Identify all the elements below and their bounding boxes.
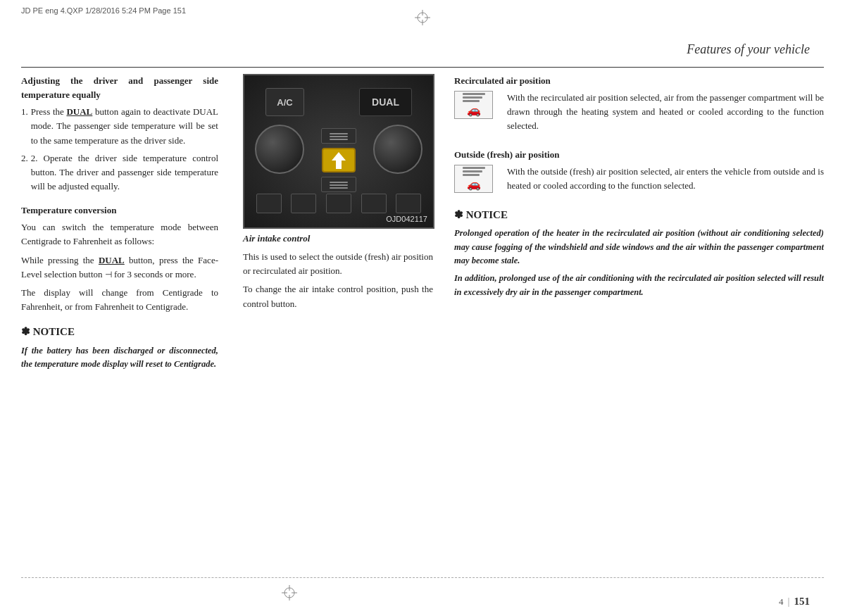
section-title: Features of your vehicle — [687, 42, 810, 57]
notice-section-left: ✽ NOTICE If the battery has been dischar… — [21, 324, 218, 371]
notice-label-left: NOTICE — [33, 326, 75, 337]
air-intake-btn[interactable] — [322, 148, 356, 172]
steps-list: 1. Press the DUAL button again to deacti… — [21, 105, 218, 194]
dual-display: DUAL — [359, 88, 412, 116]
left-column: Adjusting the driver and passenger side … — [21, 74, 232, 574]
recirc-block: 🚗 With the recirculated air position sel… — [454, 91, 824, 137]
outside-block: 🚗 With the outside (fresh) air position … — [454, 165, 824, 197]
air-intake-caption: Air intake control — [243, 232, 433, 246]
panel-interior: A/C DUAL — [244, 75, 433, 227]
svg-rect-10 — [330, 184, 348, 186]
bottom-btn-4 — [361, 194, 387, 213]
temp-text2: While pressing the DUAL button, press th… — [21, 253, 218, 282]
notice-label-right: NOTICE — [466, 209, 508, 220]
header-crosshair — [415, 10, 430, 28]
notice-body-right-2: In addition, prolonged use of the air co… — [454, 272, 824, 299]
outside-heading: Outside (fresh) air position — [454, 148, 824, 162]
page-header: JD PE eng 4.QXP 1/28/2016 5:24 PM Page 1… — [0, 0, 845, 21]
page-number: 151 — [794, 596, 810, 608]
step-1: 1. Press the DUAL button again to deacti… — [21, 105, 218, 147]
temp-section: Temperature conversion You can switch th… — [21, 203, 218, 314]
step2-text: 2. Operate the driver side temperature c… — [31, 151, 218, 194]
page-footer: 4 | 151 — [0, 577, 845, 616]
notice-section-right: ✽ NOTICE Prolonged operation of the heat… — [454, 207, 824, 299]
top-rule — [21, 67, 824, 68]
small-btn-1 — [321, 128, 356, 144]
notice-heading-left: ✽ NOTICE — [21, 324, 218, 340]
bottom-crosshair-left — [282, 585, 297, 603]
page-chapter: 4 — [779, 596, 784, 608]
bottom-btn-1 — [256, 194, 282, 213]
svg-rect-9 — [330, 182, 348, 183]
bottom-row — [251, 194, 426, 213]
step1-text: button again to deactivate DUAL mode. Th… — [31, 106, 218, 145]
notice-body-right-1: Prolonged operation of the heater in the… — [454, 227, 824, 268]
header-meta: JD PE eng 4.QXP 1/28/2016 5:24 PM Page 1… — [21, 6, 186, 15]
step-2: 2. 2. Operate the driver side temperatur… — [21, 151, 218, 194]
small-btn-2 — [321, 177, 356, 192]
dual-btn-1: DUAL — [66, 105, 92, 119]
svg-rect-6 — [330, 136, 348, 137]
svg-rect-7 — [330, 139, 348, 140]
center-strip — [307, 128, 370, 192]
svg-rect-11 — [330, 187, 348, 189]
recirc-car-icon: 🚗 — [467, 103, 481, 117]
outside-text: With the outside (fresh) air position se… — [507, 165, 824, 193]
notice-symbol-right: ✽ — [454, 209, 463, 220]
svg-marker-8 — [332, 152, 346, 169]
recirc-text: With the recirculated air position selec… — [507, 91, 824, 133]
image-caption: OJD042117 — [386, 215, 427, 223]
adjust-heading: Adjusting the driver and passenger side … — [21, 74, 218, 102]
notice-heading-right: ✽ NOTICE — [454, 207, 824, 223]
bottom-rule — [21, 577, 824, 578]
page-divider: | — [787, 596, 789, 608]
notice-body-left: If the battery has been discharged or di… — [21, 344, 218, 372]
air-text1: This is used to select the outside (fres… — [243, 250, 433, 278]
recirc-heading: Recirculated air position — [454, 74, 824, 88]
outside-icon-box: 🚗 — [454, 165, 493, 193]
temp-heading: Temperature conversion — [21, 203, 218, 218]
recirc-icon-box: 🚗 — [454, 91, 493, 119]
bottom-btn-3 — [326, 194, 351, 213]
face-level-icon: ⊣ — [105, 268, 112, 282]
right-column: Recirculated air position 🚗 With the rec… — [444, 74, 824, 574]
middle-column: A/C DUAL — [232, 74, 444, 574]
air-text2: To change the air intake control positio… — [243, 282, 433, 310]
left-knob — [255, 125, 304, 174]
outside-car-icon: 🚗 — [467, 177, 481, 191]
bottom-btn-2 — [291, 194, 316, 213]
panel-image: A/C DUAL — [243, 74, 434, 229]
ac-button: A/C — [265, 88, 304, 116]
temp-text1: You can switch the temperature mode betw… — [21, 220, 218, 249]
adjust-section: Adjusting the driver and passenger side … — [21, 74, 218, 194]
temp-text3: The display will change from Centigrade … — [21, 286, 218, 314]
page-num-area: 4 | 151 — [779, 596, 810, 608]
right-knob — [373, 125, 423, 174]
outside-section: Outside (fresh) air position 🚗 With the … — [454, 148, 824, 197]
main-content: Adjusting the driver and passenger side … — [21, 74, 824, 574]
dual-btn-2: DUAL — [99, 253, 125, 268]
svg-rect-5 — [330, 133, 348, 134]
recirc-section: Recirculated air position 🚗 With the rec… — [454, 74, 824, 138]
bottom-btn-5 — [396, 194, 421, 213]
notice-symbol-left: ✽ — [21, 326, 30, 337]
